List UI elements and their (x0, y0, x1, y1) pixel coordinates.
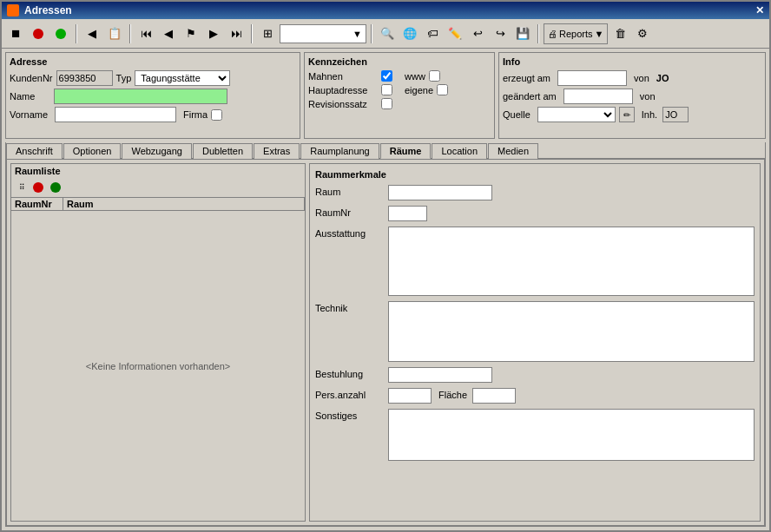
hauptadresse-label: Hauptadresse (308, 85, 378, 95)
tab-medien[interactable]: Medien (488, 143, 538, 159)
erzeugt-row: erzeugt am von JO (503, 70, 761, 86)
tab-optionen[interactable]: Optionen (63, 143, 122, 159)
raumliste-toolbar: ⠿ (11, 178, 305, 198)
main-window: Adressen ✕ ⏹ ◀ 📋 ⏮ ◀ ⚑ ▶ ⏭ ⊞ ▼ 🔍 🌐 🏷 ✏️ … (0, 0, 771, 532)
sonstiges-row: Sonstiges (315, 409, 755, 514)
inh-input (662, 107, 689, 122)
erzeugt-am-label: erzeugt am (503, 73, 550, 83)
kennzeichen-title: Kennzeichen (308, 56, 491, 67)
nav-prev2-button[interactable]: ⏮ (135, 23, 156, 44)
firma-label: Firma (183, 109, 208, 120)
reports-arrow: ▼ (595, 29, 604, 39)
raumliste-header: RaumNr Raum (11, 198, 305, 211)
reports-button[interactable]: 🖨 Reports ▼ (544, 23, 608, 44)
hauptadresse-row: Hauptadresse eigene (308, 84, 491, 95)
vorname-input[interactable] (55, 107, 176, 122)
tag-button[interactable]: 🏷 (422, 23, 443, 44)
revisionssatz-checkbox[interactable] (381, 98, 392, 109)
quelle-select[interactable] (537, 107, 616, 122)
quelle-edit-button[interactable]: ✏ (619, 107, 635, 122)
tab-raeume[interactable]: Räume (380, 143, 432, 159)
green-circle-button[interactable] (50, 23, 71, 44)
copy-button[interactable]: 📋 (104, 23, 125, 44)
raumliste-remove-button[interactable] (48, 180, 63, 195)
firma-checkbox[interactable] (211, 109, 222, 121)
info-title: Info (503, 56, 761, 67)
mahnen-row: Mahnen www (308, 70, 491, 82)
raumliste-section: Raumliste ⠿ RaumNr Raum (10, 163, 306, 522)
stop-button[interactable]: ⏹ (5, 23, 26, 44)
mahnen-checkbox[interactable] (381, 70, 392, 82)
tabs-bar: Anschrift Optionen Webzugang Dubletten E… (6, 142, 765, 159)
adresse-title: Adresse (10, 56, 296, 67)
tab-extras[interactable]: Extras (254, 143, 300, 159)
raum-label: Raum (315, 185, 385, 197)
title-bar: Adressen ✕ (2, 2, 769, 19)
tab-anschrift[interactable]: Anschrift (6, 143, 63, 159)
eigene-label: eigene (405, 85, 433, 95)
window-title: Adressen (24, 4, 72, 16)
quelle-row: Quelle ✏ Inh. (503, 107, 761, 122)
nav-flag-button[interactable]: ⚑ (181, 23, 201, 44)
geaendert-row: geändert am von (503, 89, 761, 104)
raummerkmale-section: Raummerkmale Raum RaumNr Ausstattung (309, 163, 761, 522)
revisionssatz-row: Revisionssatz (308, 98, 491, 109)
raumnr-input[interactable] (388, 206, 427, 221)
delete-button[interactable]: 🗑 (610, 23, 630, 44)
content-area: Adresse KundenNr Typ Tagungsstätte Name … (2, 49, 769, 530)
tab-location[interactable]: Location (432, 143, 487, 159)
tab-raumplanung[interactable]: Raumplanung (300, 143, 379, 159)
search-button[interactable]: 🔍 (377, 23, 398, 44)
tab-webzugang[interactable]: Webzugang (122, 143, 192, 159)
map-button[interactable]: 🌐 (399, 23, 420, 44)
save-button[interactable]: 💾 (512, 23, 533, 44)
quelle-label: Quelle (503, 109, 530, 120)
tab-raeume-content: Raumliste ⠿ RaumNr Raum (6, 159, 765, 526)
sonstiges-label: Sonstiges (315, 409, 385, 421)
nav-next-button[interactable]: ▶ (203, 23, 224, 44)
pers-anzahl-row: Pers.anzahl Fläche (315, 388, 755, 404)
flaeche-label: Fläche (438, 388, 467, 400)
red-circle-button[interactable] (28, 23, 49, 44)
inh-label: Inh. (642, 109, 657, 120)
pen-button[interactable]: ✏️ (445, 23, 465, 44)
name-label: Name (10, 91, 35, 102)
name-input[interactable] (54, 89, 227, 104)
ausstattung-textarea[interactable] (388, 227, 755, 296)
pers-anzahl-input[interactable] (388, 388, 432, 404)
bestuhlung-input[interactable] (388, 367, 492, 383)
raumliste-add-button[interactable] (30, 180, 46, 195)
vorname-label: Vorname (10, 109, 48, 120)
kunden-nr-input[interactable] (56, 70, 113, 86)
www-checkbox[interactable] (429, 70, 440, 82)
raumliste-empty-message: <Keine Informationen vorhanden> (86, 361, 230, 371)
von-label: von (634, 73, 649, 83)
raum-input[interactable] (388, 185, 492, 200)
flaeche-input[interactable] (472, 388, 516, 404)
nav-next2-button[interactable]: ⏭ (226, 23, 247, 44)
undo-button[interactable]: ↩ (467, 23, 488, 44)
geaendert-am-input[interactable] (563, 89, 633, 104)
kunden-nr-row: KundenNr Typ Tagungsstätte (10, 70, 296, 86)
eigene-checkbox[interactable] (437, 84, 448, 95)
erzeugt-am-input[interactable] (557, 70, 627, 86)
close-button[interactable]: ✕ (755, 4, 764, 16)
hauptadresse-checkbox[interactable] (381, 84, 392, 95)
kunden-nr-label: KundenNr (10, 73, 53, 83)
sep2 (129, 24, 131, 43)
sep3 (251, 24, 253, 43)
toolbar: ⏹ ◀ 📋 ⏮ ◀ ⚑ ▶ ⏭ ⊞ ▼ 🔍 🌐 🏷 ✏️ ↩ ↪ 💾 🖨 (2, 19, 769, 49)
tab-dubletten[interactable]: Dubletten (193, 143, 253, 159)
von2-label: von (640, 91, 656, 102)
typ-select[interactable]: Tagungsstätte (135, 70, 230, 86)
back-button[interactable]: ◀ (82, 23, 102, 44)
view-dropdown[interactable]: ▼ (280, 24, 366, 43)
redo-button[interactable]: ↪ (490, 23, 511, 44)
table-button[interactable]: ⊞ (257, 23, 278, 44)
nav-prev-button[interactable]: ◀ (158, 23, 179, 44)
sonstiges-textarea[interactable] (388, 409, 755, 461)
app-icon (7, 4, 19, 16)
technik-textarea[interactable] (388, 301, 755, 362)
raumnr-row: RaumNr (315, 206, 755, 221)
misc-button[interactable]: ⚙ (632, 23, 653, 44)
